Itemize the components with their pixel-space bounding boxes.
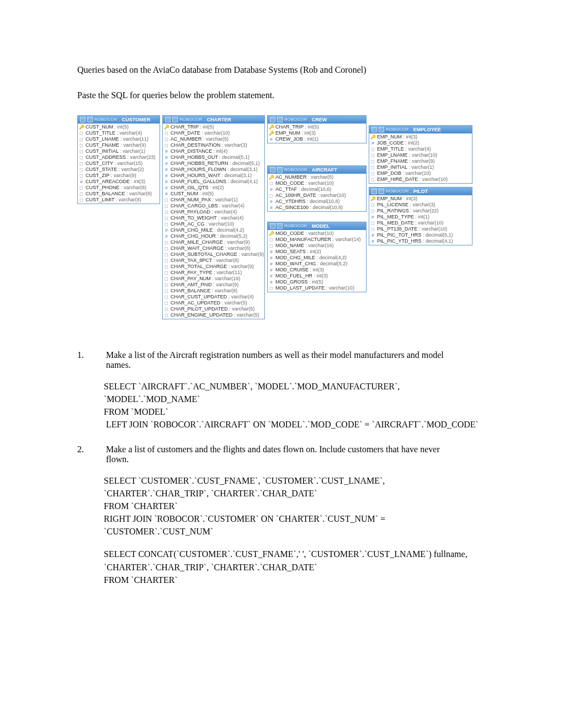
field-name: CHAR_DESTINATION bbox=[171, 142, 220, 148]
field-type: : varchar(22) bbox=[409, 208, 439, 213]
field-row: ◻CHAR_BALANCE : varchar(8) bbox=[163, 288, 264, 294]
field-type: : varchar(9) bbox=[119, 142, 146, 148]
field-row: 🔑CUST_NUM : int(5) bbox=[78, 124, 160, 130]
field-type: : varchar(11) bbox=[213, 270, 242, 275]
key-icon: 🔑 bbox=[164, 125, 169, 130]
field-row: 🔑MOD_CODE : varchar(10) bbox=[268, 231, 366, 237]
field-row: 🔑CHAR_TRIP : int(5) bbox=[268, 124, 366, 130]
number-icon: # bbox=[269, 280, 274, 285]
field-name: CUST_AREACODE bbox=[86, 179, 130, 184]
column-icon: ◻ bbox=[370, 202, 375, 207]
field-name: MOD_GROSS bbox=[275, 279, 308, 285]
column-icon: ◻ bbox=[370, 159, 375, 164]
table-header: ROBOCOR.EMPLOYEE bbox=[369, 126, 472, 133]
question-number: 2. bbox=[77, 445, 104, 454]
table-header-icon bbox=[270, 167, 275, 173]
field-row: ◻CHAR_TO_WEIGHT : varchar(4) bbox=[163, 215, 264, 221]
field-row: #MOD_GROSS : int(5) bbox=[268, 279, 366, 285]
field-type: : int(3) bbox=[309, 267, 324, 272]
table-header-icon bbox=[371, 127, 377, 132]
field-name: AC_100HR_DATE bbox=[275, 192, 316, 198]
field-type: : decimal(4,2) bbox=[213, 227, 245, 233]
number-icon: # bbox=[164, 149, 169, 154]
field-name: CHAR_DISTANCE bbox=[171, 148, 212, 154]
table-model: ROBOCOR.MODEL 🔑MOD_CODE : varchar(10)◻MO… bbox=[267, 222, 367, 292]
field-type: : varchar(9) bbox=[223, 239, 250, 245]
column-icon: ◻ bbox=[164, 295, 169, 299]
field-name: CHAR_BALANCE bbox=[171, 288, 211, 293]
field-type: : decimal(3,1) bbox=[226, 167, 258, 172]
field-type: : int(1) bbox=[303, 136, 318, 142]
field-row: ◻CHAR_AC_CG : varchar(10) bbox=[163, 221, 264, 227]
field-name: CHAR_PILOT_UPDATED bbox=[171, 306, 228, 312]
table-name: CREW bbox=[312, 117, 327, 122]
field-name: CHAR_TAX_8PCT bbox=[171, 258, 212, 263]
field-row: ◻EMP_INITIAL : varchar(1) bbox=[369, 164, 472, 170]
table-name: PILOT bbox=[413, 189, 428, 194]
field-name: MOD_WAIT_CHG bbox=[275, 261, 316, 266]
field-type: : int(3) bbox=[402, 196, 417, 201]
field-name: AC_YTDHRS bbox=[275, 199, 306, 204]
field-name: CUST_LIMIT bbox=[86, 197, 114, 202]
field-type: : varchar(8) bbox=[120, 185, 147, 190]
field-name: CHAR_HOURS_FLOWN bbox=[171, 167, 226, 172]
field-row: 🔑CHAR_TRIP : int(5) bbox=[163, 124, 264, 130]
field-name: MOD_FUEL_HR bbox=[275, 273, 312, 279]
column-icon: ◻ bbox=[164, 197, 169, 202]
field-name: EMP_LNAME bbox=[377, 152, 408, 158]
field-type: : int(5) bbox=[198, 191, 214, 196]
field-name: PIL_RATINGS bbox=[377, 208, 409, 213]
number-icon: # bbox=[164, 155, 169, 160]
column-icon: ◻ bbox=[164, 131, 169, 136]
field-type: : varchar(1) bbox=[407, 164, 434, 170]
field-row: #MOD_WAIT_CHG : decimal(5,2) bbox=[268, 261, 366, 267]
column-icon: ◻ bbox=[79, 131, 84, 136]
field-name: CHAR_TRIP bbox=[275, 124, 304, 130]
field-name: CUST_BALANCE bbox=[86, 191, 125, 196]
column-icon: ◻ bbox=[370, 147, 375, 152]
question-text: Make a list of customers and the flights… bbox=[106, 445, 459, 464]
field-list: 🔑CUST_NUM : int(5)◻CUST_TITLE : varchar(… bbox=[78, 124, 160, 204]
field-row: 🔑EMP_NUM : int(3) bbox=[268, 130, 366, 136]
field-row: ◻CHAR_WAIT_CHARGE : varchar(8) bbox=[163, 245, 264, 251]
field-row: #CHAR_HOBBS_RETURN : decimal(5,1) bbox=[163, 160, 264, 167]
field-row: ◻CHAR_TAX_8PCT : varchar(8) bbox=[163, 258, 264, 264]
field-row: ◻EMP_TITLE : varchar(4) bbox=[369, 146, 472, 152]
field-row: 🔑AC_NUMBER : varchar(5) bbox=[268, 174, 366, 180]
column-icon: ◻ bbox=[164, 258, 169, 263]
field-type: : varchar(5) bbox=[220, 300, 247, 306]
field-row: ◻CHAR_ENGINE_UPDATED : varchar(5) bbox=[163, 312, 264, 318]
field-list: 🔑MOD_CODE : varchar(10)◻MOD_MANUFACTURER… bbox=[268, 230, 366, 292]
field-type: : varchar(8) bbox=[212, 258, 239, 263]
question-1: 1. Make a list of the Aircraft registrat… bbox=[77, 350, 486, 431]
field-row: #AC_SINCE100 : decimal(10,8) bbox=[268, 205, 366, 211]
number-icon: # bbox=[370, 215, 375, 220]
column-icon: ◻ bbox=[79, 161, 84, 166]
column-icon: ◻ bbox=[79, 143, 84, 148]
field-name: PIL_MED_DATE bbox=[377, 220, 414, 226]
field-type: : varchar(5) bbox=[228, 306, 255, 312]
key-icon: 🔑 bbox=[370, 196, 375, 201]
table-header-icon bbox=[172, 117, 178, 122]
field-row: ◻CHAR_MILE_CHARGE : varchar(9) bbox=[163, 239, 264, 245]
field-name: MOD_MANUFACTURER bbox=[275, 237, 331, 242]
field-type: : varchar(2) bbox=[117, 167, 144, 172]
field-name: CHAR_TRIP bbox=[171, 124, 199, 130]
field-name: JOB_CODE bbox=[377, 140, 404, 146]
field-type: : varchar(8) bbox=[114, 197, 141, 202]
field-name: CHAR_HOBBS_RETURN bbox=[171, 160, 229, 166]
field-name: CHAR_CHG_MILE bbox=[171, 227, 213, 233]
field-name: CUST_ADDRESS bbox=[86, 154, 126, 160]
column-icon: ◻ bbox=[164, 246, 169, 251]
number-icon: # bbox=[164, 161, 169, 166]
field-name: EMP_HIRE_DATE bbox=[377, 176, 418, 182]
field-row: ◻CHAR_PAY_TYPE : varchar(11) bbox=[163, 270, 264, 276]
field-type: : varchar(10) bbox=[200, 130, 230, 136]
field-row: ◻CUST_ZIP : varchar(9) bbox=[78, 173, 160, 179]
column-icon: ◻ bbox=[164, 301, 169, 306]
field-type: : decimal(5,2) bbox=[216, 233, 247, 239]
field-type: : int(2) bbox=[404, 140, 419, 146]
column-icon: ◻ bbox=[164, 288, 169, 293]
table-header-icon bbox=[277, 167, 283, 173]
table-header-icon bbox=[165, 117, 171, 122]
